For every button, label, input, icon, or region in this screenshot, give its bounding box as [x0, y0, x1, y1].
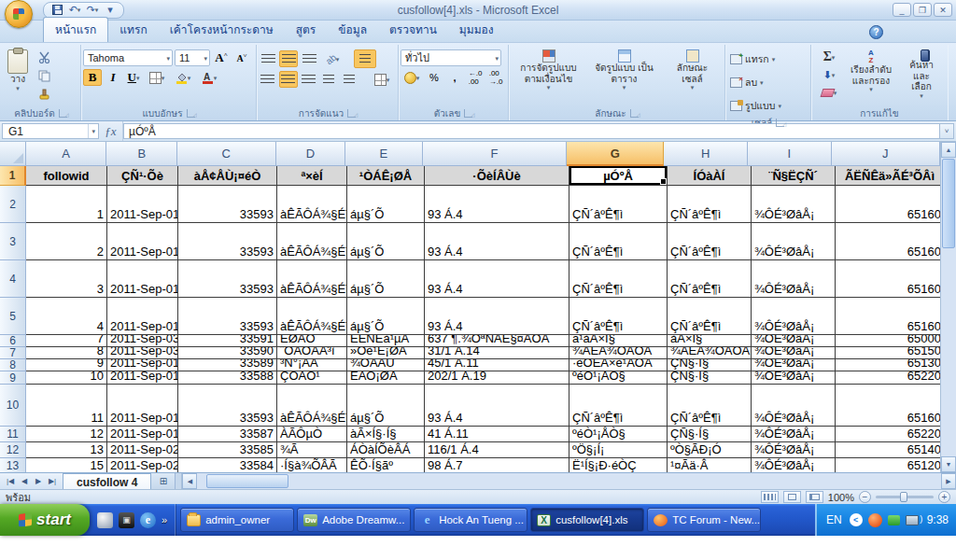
- decrease-decimal-button[interactable]: .00→.0: [486, 69, 505, 86]
- cell-B3[interactable]: 2011-Sep-01: [107, 223, 178, 260]
- row-header-13[interactable]: 13: [0, 458, 26, 472]
- start-button[interactable]: start: [0, 504, 90, 536]
- prev-sheet-button[interactable]: ◀: [18, 477, 31, 485]
- zoom-out-button[interactable]: −: [859, 491, 871, 503]
- cell-H1[interactable]: ÍÓàÀÍ: [668, 166, 752, 186]
- cell-H9[interactable]: ÇÑ§·Í§: [668, 371, 752, 385]
- ribbon-tab[interactable]: ตรวจทาน: [378, 18, 448, 42]
- cell-E13[interactable]: ÊÕ·Í§ãº: [347, 458, 425, 472]
- zoom-in-button[interactable]: +: [938, 491, 950, 503]
- column-header-E[interactable]: E: [345, 142, 423, 166]
- cell-A5[interactable]: 4: [26, 298, 107, 335]
- row-header-4[interactable]: 4: [0, 260, 26, 298]
- cell-H7[interactable]: ¾ÃËÁ¾ÔÃÒÁ: [668, 347, 752, 359]
- cell-G7[interactable]: ¾ÃËÁ¾ÔÃÒÁ: [569, 347, 668, 359]
- row-header-3[interactable]: 3: [0, 223, 26, 260]
- cell-I9[interactable]: ¾ÔÉ³ØâÅ¡: [752, 371, 836, 385]
- cell-J10[interactable]: 65160: [836, 385, 940, 427]
- decrease-indent-button[interactable]: [320, 71, 339, 88]
- accounting-format-button[interactable]: ▾: [401, 69, 423, 86]
- quick-launch-more-icon[interactable]: »: [162, 514, 167, 525]
- comma-button[interactable]: ,: [445, 69, 464, 86]
- cell-H3[interactable]: ÇÑ´âºÊ¶ì: [668, 223, 752, 260]
- dialog-launcher-icon[interactable]: [187, 109, 195, 118]
- cell-E7[interactable]: »Ôè¹Ê¡ØÅ: [347, 347, 425, 359]
- delete-cells-button[interactable]: ลบ▾: [727, 73, 808, 92]
- cell-J2[interactable]: 65160: [836, 186, 940, 223]
- expand-formula-bar-button[interactable]: ˅: [939, 123, 954, 139]
- italic-button[interactable]: I: [104, 69, 122, 86]
- taskbar-task-folder[interactable]: admin_owner: [180, 508, 294, 532]
- row-header-11[interactable]: 11: [0, 427, 26, 442]
- align-right-button[interactable]: [300, 71, 318, 88]
- cell-E11[interactable]: àÃ×Í§·Í§: [347, 427, 425, 442]
- cell-H6[interactable]: àÁ×Í§: [668, 335, 752, 347]
- cell-J7[interactable]: 65150: [836, 347, 940, 359]
- cell-D9[interactable]: ÇÒÃÔ¹: [277, 371, 347, 385]
- cell-F12[interactable]: 116/1 Á.4: [425, 442, 569, 458]
- grow-font-button[interactable]: A˄: [212, 49, 231, 66]
- cell-D2[interactable]: àÊÃÔÁ¾§Éì: [277, 186, 347, 223]
- select-all-corner[interactable]: [0, 142, 26, 166]
- cell-H13[interactable]: ¹¤Ãä·Â: [668, 458, 752, 472]
- cell-E10[interactable]: áµ§´Õ: [347, 385, 425, 427]
- cell-I5[interactable]: ¾ÔÉ³ØâÅ¡: [752, 298, 836, 335]
- tray-app-icon[interactable]: [868, 513, 882, 527]
- cell-B11[interactable]: 2011-Sep-01: [107, 427, 178, 442]
- wrap-text-button[interactable]: [354, 49, 376, 68]
- cell-F3[interactable]: 93 Á.4: [425, 223, 569, 260]
- fill-color-button[interactable]: ▾: [171, 69, 195, 86]
- taskbar-task-ie[interactable]: eHock An Tueng ...: [414, 508, 527, 532]
- cell-A6[interactable]: 7: [26, 335, 107, 347]
- cell-I3[interactable]: ¾ÔÉ³ØâÅ¡: [752, 223, 836, 260]
- cell-J9[interactable]: 65220: [836, 371, 940, 385]
- cell-F4[interactable]: 93 Á.4: [425, 260, 569, 298]
- ribbon-tab[interactable]: ข้อมูล: [327, 18, 378, 42]
- horizontal-scrollbar[interactable]: ◀ ▶: [181, 473, 956, 489]
- cell-B1[interactable]: ÇÑ¹·Õè: [107, 166, 178, 186]
- dialog-launcher-icon[interactable]: [347, 109, 356, 118]
- cell-B5[interactable]: 2011-Sep-01: [107, 298, 178, 335]
- quick-launch-icon-1[interactable]: [97, 512, 113, 528]
- dialog-launcher-icon[interactable]: [776, 119, 784, 127]
- percent-button[interactable]: %: [425, 69, 443, 86]
- cell-I8[interactable]: ¾ÔÉ³ØâÅ¡: [752, 359, 836, 371]
- cell-G11[interactable]: ºéÒ¹¡ÅÒ§: [569, 427, 668, 442]
- paste-button[interactable]: วาง ▾: [3, 47, 33, 94]
- cell-D12[interactable]: ¾Ã: [277, 442, 347, 458]
- cell-H2[interactable]: ÇÑ´âºÊ¶ì: [668, 186, 752, 223]
- cell-J12[interactable]: 65140: [836, 442, 940, 458]
- column-header-B[interactable]: B: [106, 142, 177, 166]
- cell-B2[interactable]: 2011-Sep-01: [107, 186, 178, 223]
- formula-input[interactable]: µÓºÅ: [123, 123, 939, 139]
- dialog-launcher-icon[interactable]: [59, 109, 67, 118]
- cell-C7[interactable]: 33590: [178, 347, 277, 359]
- volume-display-icon[interactable]: [906, 515, 919, 525]
- clock[interactable]: 9:38: [925, 513, 949, 526]
- cell-J5[interactable]: 65160: [836, 298, 940, 335]
- cell-B8[interactable]: 2011-Sep-01: [107, 359, 178, 371]
- sort-filter-button[interactable]: AZ เรียงลำดับ และกรอง▾: [845, 47, 897, 95]
- align-center-button[interactable]: [279, 71, 298, 88]
- cell-A13[interactable]: 15: [26, 458, 107, 472]
- cell-G10[interactable]: ÇÑ´âºÊ¶ì: [569, 385, 668, 427]
- cell-A11[interactable]: 12: [26, 427, 107, 442]
- cell-J11[interactable]: 65220: [836, 427, 940, 442]
- cell-C3[interactable]: 33593: [178, 223, 277, 260]
- cell-G2[interactable]: ÇÑ´âºÊ¶ì: [569, 186, 668, 223]
- cell-D1[interactable]: ª×èÍ: [277, 166, 347, 186]
- cell-A7[interactable]: 8: [26, 347, 107, 359]
- cell-J3[interactable]: 65160: [836, 223, 940, 260]
- cell-B10[interactable]: 2011-Sep-01: [107, 385, 178, 427]
- cell-A9[interactable]: 10: [26, 371, 107, 385]
- cell-I7[interactable]: ¾ÔÉ³ØâÅ¡: [752, 347, 836, 359]
- column-header-A[interactable]: A: [26, 142, 107, 166]
- align-top-button[interactable]: [259, 50, 277, 67]
- bold-button[interactable]: B: [83, 69, 102, 86]
- cell-D5[interactable]: àÊÃÔÁ¾§Éì: [277, 298, 347, 335]
- cell-I2[interactable]: ¾ÔÉ³ØâÅ¡: [752, 186, 836, 223]
- row-header-12[interactable]: 12: [0, 442, 26, 458]
- cell-F6[interactable]: 637 ¶.¾ÔªÑÂÊ§¤ÃÒÁ: [425, 335, 569, 347]
- cell-I13[interactable]: ¾ÔÉ³ØâÅ¡: [752, 458, 836, 472]
- column-header-H[interactable]: H: [664, 142, 748, 166]
